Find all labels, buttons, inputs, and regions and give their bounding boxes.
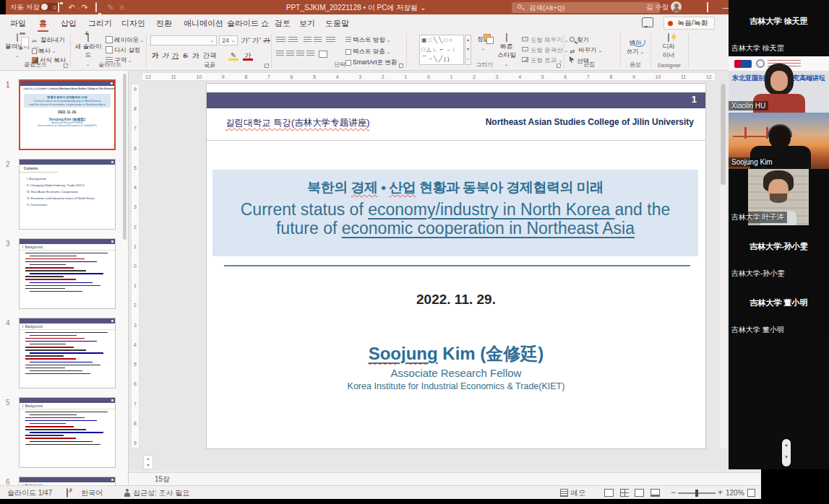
tab-slideshow[interactable]: 슬라이드 쇼 bbox=[225, 14, 270, 32]
thumbnail-scrollbar[interactable] bbox=[123, 74, 126, 240]
search-input[interactable]: 검색(Alt+Q) bbox=[512, 2, 660, 13]
strikethrough-button[interactable]: S bbox=[181, 51, 190, 61]
dialog-launcher-icon[interactable] bbox=[399, 64, 403, 68]
record-button[interactable]: 녹음/녹화 bbox=[663, 17, 715, 30]
notes-toggle[interactable]: 메모 bbox=[571, 486, 585, 500]
find-button[interactable]: 찾기 bbox=[570, 36, 589, 45]
slide-subtitle-right[interactable]: Northeast Asian Studies College of Jilin… bbox=[486, 117, 694, 127]
redo-icon[interactable]: ↷ bbox=[80, 2, 90, 12]
slide-author[interactable]: Soojung Kim (金修廷) bbox=[207, 342, 705, 365]
align-center-icon[interactable] bbox=[286, 51, 294, 57]
slide-title-box[interactable]: 북한의 경제 • 산업 현황과 동북아 경제협력의 미래 Current sta… bbox=[212, 170, 698, 256]
grow-font-button[interactable]: 가ˆ bbox=[241, 35, 251, 45]
tab-draw[interactable]: 그리기 bbox=[87, 14, 113, 32]
slide-thumbnail-6[interactable]: I. Background bbox=[19, 477, 116, 485]
shape-fill-button[interactable]: 도형 채우기 ⌄ bbox=[522, 36, 568, 45]
participant-tile[interactable]: 吉林大学 徐天罡 吉林大学 徐天罡 bbox=[729, 0, 829, 56]
tab-insert[interactable]: 삽입 bbox=[59, 14, 78, 32]
paste-button[interactable]: 붙여넣기⌄ bbox=[4, 34, 30, 58]
dialog-launcher-icon[interactable] bbox=[64, 64, 68, 68]
tab-help[interactable]: 도움말 bbox=[324, 14, 351, 32]
tab-transitions[interactable]: 전환 bbox=[155, 14, 173, 32]
reset-button[interactable]: 다시 설정 bbox=[106, 46, 140, 55]
scroll-widget[interactable]: ▴▾ bbox=[143, 455, 153, 469]
sidebar-scrollbar[interactable]: ▲▼ bbox=[782, 439, 791, 466]
slide-subtitle-left[interactable]: 길림대학교 특강(吉林大学专题讲座) bbox=[225, 117, 369, 129]
font-name-select[interactable]: ⌄ bbox=[150, 35, 217, 45]
tab-home[interactable]: 홈 bbox=[38, 14, 48, 32]
slide-author-org[interactable]: Korea Institute for Industrial Economics… bbox=[207, 381, 705, 391]
notes-pane[interactable]: 15장 bbox=[129, 472, 761, 485]
participant-tile[interactable]: 吉林大学 董小明 吉林大学 董小明 bbox=[729, 282, 829, 338]
slide-thumbnail-4[interactable]: I. Background bbox=[19, 318, 116, 388]
start-slideshow-icon[interactable] bbox=[91, 2, 101, 12]
spellcheck-icon[interactable] bbox=[66, 488, 68, 498]
slide-thumbnail-2[interactable]: Contents I. Background II. Changing Glob… bbox=[19, 159, 116, 230]
dialog-launcher-icon[interactable] bbox=[265, 64, 269, 68]
copy-button[interactable]: 복사 ⌄ bbox=[32, 46, 56, 56]
customize-toolbar-icon[interactable]: ≡ bbox=[117, 2, 127, 12]
language-status[interactable]: 한국어 bbox=[81, 486, 103, 500]
dictate-button[interactable]: 받아쓰기 ⌄ bbox=[623, 34, 648, 56]
tab-view[interactable]: 보기 bbox=[298, 14, 317, 32]
zoom-level[interactable]: 120% bbox=[726, 486, 744, 500]
text-shadow-button[interactable]: 가 bbox=[191, 51, 200, 61]
quick-access-icon[interactable]: ✎ bbox=[106, 2, 116, 12]
slideshow-icon[interactable] bbox=[650, 489, 660, 497]
slide-thumbnail-1[interactable]: 길림대학교 특강(吉林大学专题讲座)Northeast Asian Studie… bbox=[19, 79, 116, 150]
align-right-icon[interactable] bbox=[296, 51, 304, 57]
clear-format-button[interactable]: 가 bbox=[262, 35, 271, 45]
slide-thumbnail-5[interactable]: I. Background bbox=[19, 397, 116, 468]
dialog-launcher-icon[interactable] bbox=[557, 64, 561, 68]
comments-icon[interactable] bbox=[642, 17, 653, 27]
fit-to-window-icon[interactable] bbox=[747, 489, 755, 497]
slide-canvas[interactable]: 1 길림대학교 특강(吉林大学专题讲座) Northeast Asian Stu… bbox=[207, 84, 705, 448]
font-size-select[interactable]: 24⌄ bbox=[219, 35, 238, 45]
normal-view-icon[interactable] bbox=[604, 489, 614, 497]
line-spacing-icon[interactable] bbox=[326, 37, 335, 43]
slide-header-bar[interactable]: 1 bbox=[207, 92, 705, 108]
participant-tile[interactable]: Soojung Kim bbox=[729, 113, 829, 169]
user-name[interactable]: 김 수정 bbox=[646, 3, 669, 12]
restore-window-icon[interactable] bbox=[703, 2, 713, 12]
zoom-in-button[interactable]: + bbox=[718, 486, 723, 500]
slide-sorter-icon[interactable] bbox=[620, 489, 629, 497]
tab-review[interactable]: 검토 bbox=[273, 14, 292, 32]
user-avatar[interactable] bbox=[671, 1, 682, 12]
char-spacing-button[interactable]: 간격 ⌄ bbox=[202, 51, 218, 61]
columns-icon[interactable] bbox=[319, 51, 327, 58]
zoom-out-button[interactable]: − bbox=[671, 486, 676, 500]
tab-file[interactable]: 파일 bbox=[9, 14, 27, 32]
slide-counter[interactable]: 슬라이드 1/47 bbox=[7, 486, 52, 500]
slide-date[interactable]: 2022. 11. 29. bbox=[207, 292, 705, 308]
pen-icon[interactable] bbox=[684, 2, 694, 12]
highlight-color-button[interactable]: ✎ bbox=[228, 51, 239, 61]
italic-button[interactable]: 가 bbox=[160, 51, 170, 61]
slide-author-title[interactable]: Associate Research Fellow bbox=[207, 367, 705, 379]
accessibility-status[interactable]: 접근성: 조사 필요 bbox=[133, 486, 189, 500]
align-text-button[interactable]: 텍스트 맞춤 ⌄ bbox=[345, 48, 390, 56]
notes-icon[interactable] bbox=[560, 489, 568, 497]
text-direction-button[interactable]: 텍스트 방향 ⌄ bbox=[345, 36, 390, 45]
justify-icon[interactable] bbox=[306, 51, 314, 57]
increase-indent-icon[interactable] bbox=[314, 37, 322, 43]
arrange-button[interactable]: 정렬⌄ bbox=[474, 34, 493, 51]
decrease-indent-icon[interactable] bbox=[304, 37, 312, 43]
slide-thumbnail-3[interactable]: I. Background bbox=[19, 238, 116, 309]
document-title[interactable]: PPT_SJKIM_20221128 • 이 PC에 저장됨 ⌄ bbox=[286, 3, 426, 13]
participant-tile[interactable]: 吉林大学 叶子涛 bbox=[729, 169, 829, 225]
tab-animations[interactable]: 애니메이션 bbox=[182, 14, 225, 32]
shape-outline-button[interactable]: 도형 윤곽선 ⌄ bbox=[522, 46, 568, 55]
participant-tile[interactable]: 吉林大学-孙小雯 吉林大学-孙小雯 bbox=[729, 225, 829, 282]
tab-design[interactable]: 디자인 bbox=[120, 14, 147, 32]
reading-view-icon[interactable] bbox=[635, 489, 644, 497]
align-left-icon[interactable] bbox=[276, 51, 284, 57]
designer-button[interactable]: 디자이너 bbox=[656, 34, 681, 60]
cut-button[interactable]: 잘라내기 bbox=[32, 36, 65, 45]
save-icon[interactable] bbox=[53, 2, 64, 12]
participant-tile[interactable]: 东北亚国别研究高端讲坛 Xiaolin HU bbox=[729, 56, 829, 113]
zoom-slider-knob[interactable] bbox=[695, 490, 698, 497]
numbering-icon[interactable] bbox=[288, 37, 298, 43]
font-color-button[interactable]: 가 bbox=[243, 51, 253, 61]
replace-button[interactable]: ⇄바꾸기 ⌄ bbox=[570, 46, 602, 55]
